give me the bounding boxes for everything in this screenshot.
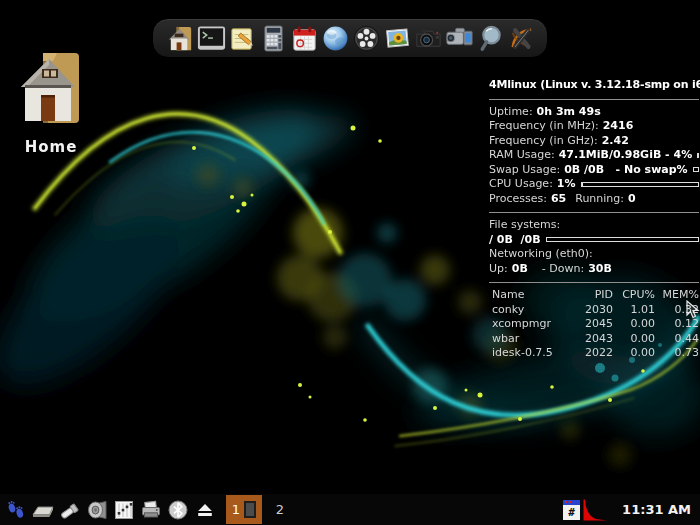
dock-item-photos[interactable] xyxy=(382,23,413,54)
bluetooth-icon xyxy=(166,498,190,522)
freq-mhz-row: Frequency (in MHz): 2416 xyxy=(489,119,699,134)
processes-row: Processes: 65 Running: 0 xyxy=(489,192,699,207)
footprints-icon xyxy=(4,498,28,522)
calendar-icon xyxy=(289,23,320,54)
hash-icon-glyph: # xyxy=(563,505,580,520)
tray-eject[interactable] xyxy=(193,498,217,522)
dock-item-terminal[interactable] xyxy=(196,23,227,54)
process-row: wbar 2043 0.00 0.44 xyxy=(489,332,699,347)
dock-item-calculator[interactable] xyxy=(258,23,289,54)
workspace-2[interactable]: 2 xyxy=(262,495,298,524)
filesystems-header: File systems: xyxy=(489,218,699,233)
process-table: Name PID CPU% MEM% conky 2030 1.01 0.32 … xyxy=(489,288,699,361)
globe-icon xyxy=(320,23,351,54)
workspace-1[interactable]: 1 xyxy=(226,495,262,524)
conky-separator xyxy=(489,99,699,100)
printer-icon xyxy=(139,498,163,522)
eject-icon xyxy=(193,498,217,522)
cpu-row: CPU Usage: 1% xyxy=(489,177,699,192)
system-tray xyxy=(4,498,217,522)
camcorder-icon xyxy=(444,23,475,54)
dock xyxy=(152,18,548,58)
process-row: xcompmgr 2045 0.00 0.12 xyxy=(489,317,699,332)
workspace-2-label: 2 xyxy=(276,502,284,517)
network-updown-row: Up: 0B - Down: 30B xyxy=(489,262,699,277)
tray-flashlight[interactable] xyxy=(58,498,82,522)
home-folder-large-icon xyxy=(15,46,87,132)
workspace-window-thumb xyxy=(244,501,256,518)
desktop: Home 4Mlinux (Linux v. 3.12.18-smp on i6… xyxy=(0,0,700,525)
workspace-1-label: 1 xyxy=(232,502,240,517)
dock-item-camcorder[interactable] xyxy=(444,23,475,54)
process-table-header: Name PID CPU% MEM% xyxy=(489,288,699,303)
process-row: idesk-0.7.5 2022 0.00 0.73 xyxy=(489,346,699,361)
tray-volume[interactable] xyxy=(85,498,109,522)
fs-bar xyxy=(546,237,699,242)
tray-footprints[interactable] xyxy=(4,498,28,522)
calculator-icon xyxy=(258,23,289,54)
tray-bluetooth[interactable] xyxy=(166,498,190,522)
ram-row: RAM Usage: 47.1MiB/0.98GiB - 4% xyxy=(489,148,699,163)
magnifier-icon xyxy=(475,23,506,54)
desktop-icon-home[interactable]: Home xyxy=(10,46,92,156)
tray-touchpad[interactable] xyxy=(31,498,55,522)
film-reel-icon xyxy=(351,23,382,54)
dock-item-notes[interactable] xyxy=(227,23,258,54)
conky-separator xyxy=(489,282,699,283)
cpu-load-graph[interactable] xyxy=(582,498,608,521)
camera-icon xyxy=(413,23,444,54)
mouse-cursor xyxy=(686,300,700,319)
notes-icon xyxy=(227,23,258,54)
dock-item-xserver[interactable] xyxy=(506,23,537,54)
flashlight-icon xyxy=(58,498,82,522)
dock-item-camera[interactable] xyxy=(413,23,444,54)
workspace-pager: 1 2 xyxy=(226,495,298,524)
filesystem-root-row: / 0B /0B xyxy=(489,233,699,248)
dock-item-movie[interactable] xyxy=(351,23,382,54)
tray-printer[interactable] xyxy=(139,498,163,522)
x-logo-icon xyxy=(506,23,537,54)
conky-monitor: 4Mlinux (Linux v. 3.12.18-smp on i686) U… xyxy=(489,78,699,361)
process-row: conky 2030 1.01 0.32 xyxy=(489,303,699,318)
conky-title: 4Mlinux (Linux v. 3.12.18-smp on i686) xyxy=(489,78,699,93)
dock-item-search[interactable] xyxy=(475,23,506,54)
freq-ghz-row: Frequency (in GHz): 2.42 xyxy=(489,134,699,149)
swap-row: Swap Usage: 0B /0B - No swap% xyxy=(489,163,699,178)
touchpad-icon xyxy=(31,498,55,522)
dock-item-globe[interactable] xyxy=(320,23,351,54)
dock-item-home[interactable] xyxy=(165,23,196,54)
swap-bar xyxy=(693,167,699,172)
network-header: Networking (eth0): xyxy=(489,247,699,262)
clock[interactable]: 11:31 AM xyxy=(622,502,691,517)
mixer-icon xyxy=(112,498,136,522)
cpu-bar xyxy=(581,182,699,187)
photo-viewer-icon xyxy=(382,23,413,54)
keyboard-indicator-icon[interactable]: # xyxy=(563,500,580,520)
taskbar: 1 2 # 11:31 AM xyxy=(0,494,700,525)
terminal-icon xyxy=(196,23,227,54)
home-icon-label: Home xyxy=(10,138,92,156)
tray-mixer[interactable] xyxy=(112,498,136,522)
home-folder-icon xyxy=(165,23,196,54)
ram-bar xyxy=(697,153,699,158)
conky-separator xyxy=(489,212,699,213)
speaker-icon xyxy=(85,498,109,522)
dock-item-calendar[interactable] xyxy=(289,23,320,54)
uptime-row: Uptime: 0h 3m 49s xyxy=(489,105,699,120)
